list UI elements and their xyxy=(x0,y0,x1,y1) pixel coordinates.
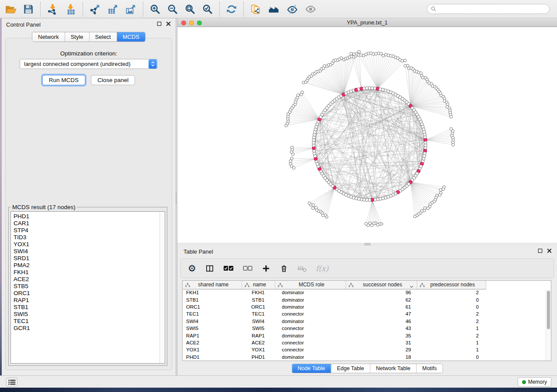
clone-network-button[interactable] xyxy=(247,3,264,16)
export-image-button[interactable] xyxy=(122,3,140,16)
import-network-button[interactable] xyxy=(44,3,62,16)
table-row[interactable]: ACE2ACE2connector311 xyxy=(183,339,486,346)
table-row[interactable]: RAP1RAP1dominator352 xyxy=(183,332,486,339)
table-scrollbar[interactable] xyxy=(546,289,551,361)
export-network-icon xyxy=(89,10,101,17)
mcds-result-scrollbar[interactable] xyxy=(159,212,165,363)
network-graph[interactable] xyxy=(177,27,557,243)
mcds-result-item[interactable]: TID3 xyxy=(14,234,165,241)
tab-select[interactable]: Select xyxy=(89,32,117,41)
trash-icon xyxy=(280,264,288,273)
mcds-result-item[interactable]: STB5 xyxy=(14,283,165,290)
home-button[interactable] xyxy=(264,3,283,16)
select-stepper-icon xyxy=(149,59,157,69)
column-header-successor-nodes[interactable]: successor nodes xyxy=(346,281,417,289)
mcds-result-item[interactable]: FKH1 xyxy=(14,269,165,276)
mcds-result-item[interactable]: SRD1 xyxy=(14,255,165,262)
zoom-selected-button[interactable] xyxy=(199,3,216,16)
float-table-panel-icon[interactable] xyxy=(538,248,543,253)
import-table-button[interactable] xyxy=(62,3,80,16)
task-history-button[interactable] xyxy=(6,378,17,386)
search-input[interactable] xyxy=(439,5,549,13)
table-cell: 47 xyxy=(346,310,417,317)
table-row[interactable]: SWI5SWI5connector431 xyxy=(183,325,486,332)
mcds-result-item[interactable]: STB1 xyxy=(14,304,165,311)
open-folder-button[interactable] xyxy=(2,3,20,16)
optimization-criterion-label: Optimization criterion: xyxy=(6,50,172,57)
table-row[interactable]: ORC1ORC1dominator610 xyxy=(183,303,486,310)
close-panel-button[interactable]: Close panel xyxy=(91,75,135,85)
column-header-predecessor-nodes[interactable]: predecessor nodes xyxy=(417,281,486,289)
table-row[interactable]: FKH1FKH1dominator962 xyxy=(183,289,486,296)
table-toolbar: ⚙f(x) xyxy=(180,258,554,278)
close-table-panel-icon[interactable] xyxy=(547,248,552,253)
tab-motifs[interactable]: Motifs xyxy=(416,364,442,373)
select-all-button[interactable] xyxy=(223,265,234,272)
toolbar-separator xyxy=(243,2,244,17)
tab-network[interactable]: Network xyxy=(32,32,65,41)
hide-eye-button[interactable] xyxy=(283,3,301,16)
column-header-MCDS-role[interactable]: MCDS role xyxy=(275,281,346,289)
mcds-result-item[interactable]: SWI4 xyxy=(14,248,165,255)
close-panel-icon[interactable] xyxy=(166,21,171,26)
network-window-titlebar[interactable]: YPA_prune.txt_1 xyxy=(177,19,557,27)
mcds-result-item[interactable]: CAR1 xyxy=(14,220,165,227)
columns-button[interactable] xyxy=(205,264,214,273)
mcds-result-item[interactable]: GCR1 xyxy=(14,325,165,332)
open-folder-icon xyxy=(5,10,17,17)
table-row[interactable]: STB1STB1dominator620 xyxy=(183,296,486,303)
table-row[interactable]: YOX1YOX1connector291 xyxy=(183,346,486,353)
table-cell: 31 xyxy=(346,339,417,346)
home-icon xyxy=(267,10,280,16)
table-row[interactable]: SWI4SWI4dominator462 xyxy=(183,318,486,325)
memory-button[interactable]: Memory xyxy=(518,377,551,387)
mcds-tab-content: Optimization criterion: largest connecte… xyxy=(5,38,172,370)
zoom-in-button[interactable] xyxy=(146,3,164,16)
mcds-result-item[interactable]: TEC1 xyxy=(14,318,165,325)
run-mcds-button[interactable]: Run MCDS xyxy=(42,75,85,85)
tab-mcds[interactable]: MCDS xyxy=(117,32,145,41)
tab-style[interactable]: Style xyxy=(65,32,89,41)
table-cell: YOX1 xyxy=(242,346,275,353)
show-eye-button[interactable] xyxy=(301,3,320,16)
float-window-icon[interactable] xyxy=(157,21,162,26)
horizontal-splitter-handle[interactable] xyxy=(364,243,370,245)
mcds-result-item[interactable]: RAP1 xyxy=(14,297,165,304)
refresh-button[interactable] xyxy=(223,3,240,16)
node-table: shared namenameMCDS rolesuccessor nodesp… xyxy=(183,281,486,361)
search-field[interactable] xyxy=(427,4,550,14)
optimization-criterion-select[interactable]: largest connected component (undirected) xyxy=(20,59,158,69)
add-button[interactable] xyxy=(262,264,270,273)
export-network-button[interactable] xyxy=(86,3,104,16)
tab-node-table[interactable]: Node Table xyxy=(292,364,331,373)
desktop-wallpaper-bottom xyxy=(0,388,557,392)
column-header-name[interactable]: name xyxy=(242,281,275,289)
mcds-result-item[interactable]: PMA2 xyxy=(14,262,165,269)
column-header-shared-name[interactable]: shared name xyxy=(183,281,242,289)
mcds-result-item[interactable]: PHD1 xyxy=(14,213,165,220)
table-cell: 96 xyxy=(346,289,417,296)
mcds-result-item[interactable]: ACE2 xyxy=(14,276,165,283)
mcds-result-item[interactable]: STP4 xyxy=(14,227,165,234)
horizontal-splitter[interactable] xyxy=(177,243,557,246)
tab-edge-table[interactable]: Edge Table xyxy=(331,364,370,373)
table-row[interactable]: PHD1PHD1dominator180 xyxy=(183,354,486,361)
zoom-out-button[interactable] xyxy=(164,3,181,16)
mcds-result-item[interactable]: SWI5 xyxy=(14,311,165,318)
table-row[interactable]: TEC1TEC1connector472 xyxy=(183,310,486,317)
trash-button[interactable] xyxy=(280,264,288,273)
zoom-fit-button[interactable] xyxy=(181,3,199,16)
mcds-result-item[interactable]: YOX1 xyxy=(14,241,165,248)
save-button[interactable] xyxy=(20,3,37,16)
table-cell: 43 xyxy=(346,325,417,332)
memory-status-icon xyxy=(522,380,526,384)
tab-network-table[interactable]: Network Table xyxy=(370,364,416,373)
mcds-result-item[interactable]: ORC1 xyxy=(14,290,165,297)
gear-button[interactable]: ⚙ xyxy=(188,264,196,273)
deselect-all-button[interactable] xyxy=(243,265,253,272)
table-scrollbar-thumb[interactable] xyxy=(547,291,550,329)
export-table-button[interactable] xyxy=(104,3,122,16)
network-canvas[interactable] xyxy=(177,27,557,243)
control-panel-tabs: NetworkStyleSelectMCDS xyxy=(32,32,145,42)
node-table-body: FKH1FKH1dominator962STB1STB1dominator620… xyxy=(183,289,486,361)
